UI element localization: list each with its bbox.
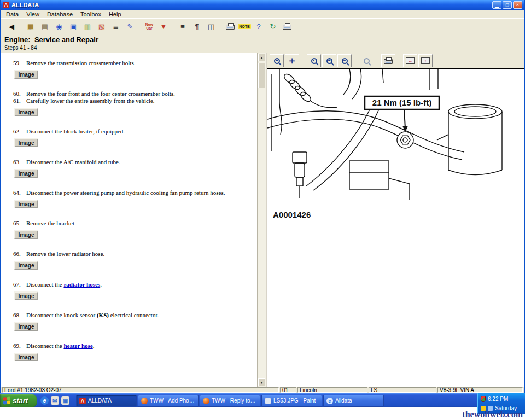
menu-toolbox[interactable]: Toolbox xyxy=(77,11,105,18)
dynamic-zoom-button[interactable]: + xyxy=(322,54,336,67)
toolbar-separator xyxy=(137,20,142,33)
maximize-button[interactable]: □ xyxy=(503,1,512,9)
help-button[interactable]: ? xyxy=(252,20,266,33)
zoom-out-button-icon: − xyxy=(342,58,348,64)
task-button[interactable]: AALLDATA xyxy=(76,395,137,407)
task-button[interactable]: TWW - Add Photos - ... xyxy=(138,395,199,407)
monitor-icon[interactable]: ▣ xyxy=(66,20,80,33)
task-button-label: Alldata xyxy=(335,398,352,404)
paint-icon xyxy=(265,398,271,404)
step-row: 62.Disconnect the block heater, if equip… xyxy=(13,128,250,135)
step-number: 64. xyxy=(13,189,25,196)
zoom-out-button[interactable]: − xyxy=(337,54,352,67)
year-make-icon[interactable]: ▦ xyxy=(24,20,38,33)
image-button[interactable]: Image xyxy=(14,138,38,147)
close-button[interactable]: × xyxy=(513,1,522,9)
taskbar-buttons: AALLDATATWW - Add Photos - ...TWW - Repl… xyxy=(75,395,384,407)
pen-icon[interactable]: ✎ xyxy=(123,20,137,33)
year-make-icon-glyph: ▦ xyxy=(27,23,34,30)
list-view-icon[interactable]: ≡ xyxy=(176,20,190,33)
step-link[interactable]: heater hose xyxy=(63,342,92,349)
menu-view[interactable]: View xyxy=(22,11,43,18)
step-number: 68. xyxy=(13,312,25,319)
refresh-button[interactable]: ↻ xyxy=(266,20,280,33)
vertical-scrollbar[interactable]: ▲ ▼ xyxy=(257,53,266,387)
print-setup-button[interactable] xyxy=(280,20,294,33)
paragraph-view-icon-glyph: ¶ xyxy=(195,23,199,30)
image-view-icon[interactable]: ◫ xyxy=(204,20,218,33)
image-button[interactable]: Image xyxy=(14,230,38,239)
dynamic-zoom-button-icon: + xyxy=(326,58,332,64)
status-field: Lincoln xyxy=(298,387,368,393)
steps-range: Steps 41 - 84 xyxy=(4,45,521,51)
task-button[interactable]: LS53.JPG - Paint xyxy=(261,395,322,407)
step-text: Carefully lower the entire assembly from… xyxy=(25,97,250,104)
article-icon[interactable]: ≣ xyxy=(109,20,123,33)
menu-database[interactable]: Database xyxy=(43,11,77,18)
new-car-icon[interactable]: New Car xyxy=(142,20,156,33)
fit-height-button[interactable]: ↕ xyxy=(418,54,433,67)
task-button-label: TWW - Reply to Topic... xyxy=(212,398,257,404)
image-button[interactable]: Image xyxy=(14,70,38,79)
fit-width-button[interactable]: ↔ xyxy=(403,54,417,67)
show-desktop-icon[interactable]: ▣ xyxy=(61,396,69,405)
image-button[interactable]: Image xyxy=(14,353,38,361)
page-header: Engine: Service and Repair Steps 41 - 84 xyxy=(1,34,524,52)
engine-icon[interactable]: ▤ xyxy=(38,20,52,33)
image-button[interactable]: Image xyxy=(14,169,38,178)
task-button[interactable]: TWW - Reply to Topic... xyxy=(200,395,260,407)
mail-icon[interactable]: ✉ xyxy=(51,396,59,405)
task-button[interactable]: eAlldata xyxy=(323,395,384,407)
step-row: 67.Disconnect the radiator hoses. xyxy=(13,281,250,288)
security-shield-icon[interactable] xyxy=(481,396,486,402)
pan-button-icon: ✛ xyxy=(289,57,295,65)
back-button[interactable]: ◀ xyxy=(4,20,19,33)
tsb-icon-glyph: ▥ xyxy=(84,23,91,30)
toolbar-separator xyxy=(19,20,24,33)
step-link[interactable]: radiator hoses xyxy=(63,281,100,288)
image-button[interactable]: Image xyxy=(14,291,38,300)
image-button[interactable]: Image xyxy=(14,322,38,331)
minimize-button[interactable]: ▁ xyxy=(492,1,501,9)
scrollbar-thumb[interactable] xyxy=(258,63,265,88)
scroll-up-button[interactable]: ▲ xyxy=(258,54,265,61)
internet-explorer-icon[interactable]: e xyxy=(40,396,49,405)
print-button[interactable] xyxy=(223,20,237,33)
step-number: 69. xyxy=(13,342,25,349)
parts-icon[interactable]: ▧ xyxy=(95,20,109,33)
window-controls: ▁ □ × xyxy=(492,1,522,9)
refresh-button-glyph: ↻ xyxy=(270,23,276,30)
step-group: 59.Remove the transmission crossmember b… xyxy=(13,60,250,79)
start-button[interactable]: start xyxy=(0,394,37,408)
menu-help[interactable]: Help xyxy=(105,11,125,18)
image-button[interactable]: Image xyxy=(14,200,38,208)
status-field: V8-3.9L VIN A xyxy=(438,387,523,393)
step-number: 59. xyxy=(13,60,25,67)
search-icon[interactable]: ◉ xyxy=(52,20,66,33)
windows-flag-icon xyxy=(3,396,10,404)
print-image-button[interactable] xyxy=(381,54,395,67)
zoom-in-button[interactable]: + xyxy=(270,54,284,67)
status-field: 01 xyxy=(280,387,296,393)
step-text: Remove the lower radiator hose. xyxy=(25,250,250,258)
tsb-icon[interactable]: ▥ xyxy=(80,20,95,33)
print-button-icon xyxy=(226,25,235,30)
mag-symbol: + xyxy=(276,59,278,63)
step-text: Remove the bracket. xyxy=(25,220,250,227)
title-bar[interactable]: A ALLDATA ▁ □ × xyxy=(1,0,524,10)
note-button[interactable]: NOTE xyxy=(237,20,252,33)
step-number: 61. xyxy=(13,97,25,104)
start-button-label: start xyxy=(13,396,28,405)
pan-button[interactable]: ✛ xyxy=(285,54,299,67)
menu-data[interactable]: Data xyxy=(2,11,22,18)
note-button-glyph: NOTE xyxy=(238,24,250,29)
paragraph-view-icon[interactable]: ¶ xyxy=(190,20,204,33)
image-button[interactable]: Image xyxy=(14,108,38,116)
select-vehicle-icon[interactable]: ▼ xyxy=(156,20,171,33)
page-title: Engine: Service and Repair xyxy=(4,36,521,44)
marquee-zoom-button[interactable]: ▪ xyxy=(307,54,321,67)
scroll-down-button[interactable]: ▼ xyxy=(258,378,265,386)
image-button[interactable]: Image xyxy=(14,261,38,270)
step-group: 69.Disconnect the heater hose.Image xyxy=(13,342,250,361)
task-button-label: ALLDATA xyxy=(88,398,112,404)
